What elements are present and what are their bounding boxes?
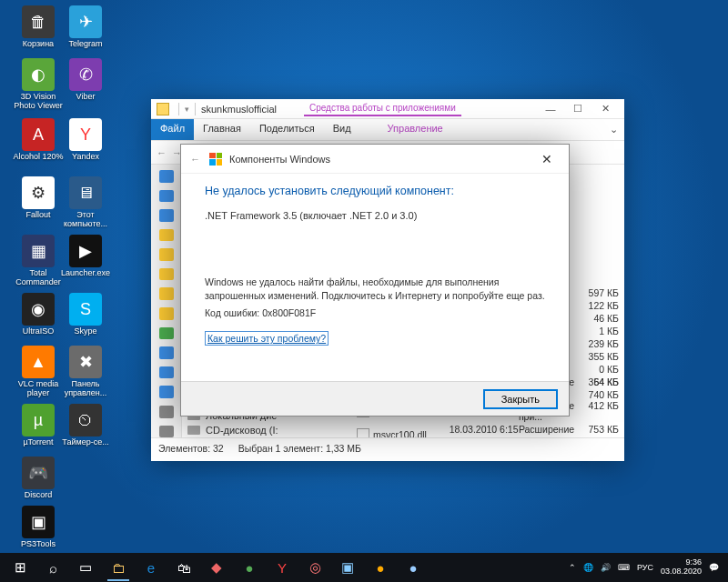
ribbon-view[interactable]: Вид: [324, 119, 360, 140]
drive-item[interactable]: CD-дисковод (I:: [187, 423, 278, 437]
desktop-icon[interactable]: ✆Viber: [60, 58, 111, 102]
dialog-help-link[interactable]: Как решить эту проблему?: [205, 331, 329, 346]
windows-logo-icon: [209, 153, 222, 166]
sidebar-item[interactable]: [159, 287, 174, 300]
dialog-header[interactable]: ← Компоненты Windows ✕: [181, 145, 569, 174]
desktop-icon[interactable]: 🗑Корзина: [13, 5, 64, 49]
taskbar-app4[interactable]: ▣: [331, 554, 364, 581]
sidebar-item[interactable]: [159, 426, 174, 438]
explorer-sidebar[interactable]: [151, 165, 182, 437]
dialog-title: Компоненты Windows: [229, 154, 330, 165]
dialog-back-icon[interactable]: ←: [190, 154, 200, 165]
sidebar-item[interactable]: [159, 268, 174, 281]
dialog-footer: Закрыть: [181, 381, 569, 416]
taskbar-app3[interactable]: ◎: [298, 554, 331, 581]
desktop-icon[interactable]: ▶Launcher.exe: [60, 235, 111, 278]
dialog-description: Windows не удалось найти файлы, необходи…: [205, 276, 545, 302]
ribbon-manage[interactable]: Управление: [379, 119, 452, 140]
taskbar-start[interactable]: ⊞: [4, 554, 36, 581]
minimize-button[interactable]: —: [537, 100, 564, 118]
taskbar-yandex[interactable]: Y: [266, 554, 298, 581]
desktop-icon[interactable]: µµTorrent: [13, 404, 64, 447]
system-tray: ⌃ 🌐 🔊 ⌨ РУС 9:36 03.08.2020 💬: [569, 558, 724, 577]
desktop-icon[interactable]: ✖Панель управлен...: [60, 346, 111, 398]
nav-back-icon[interactable]: ←: [157, 147, 167, 158]
taskbar-app6[interactable]: ●: [397, 554, 430, 581]
window-title: skunkmuslofficial: [201, 104, 277, 115]
size-column: 597 КБ122 КБ46 КБ1 КБ239 КБ355 КБ0 КБ364…: [577, 165, 619, 401]
sidebar-item[interactable]: [159, 307, 174, 320]
sidebar-item[interactable]: [159, 366, 174, 379]
sidebar-item[interactable]: [159, 346, 174, 359]
desktop-icon[interactable]: 🎮Discord: [13, 457, 64, 500]
file-row[interactable]: msvcr100.dll18.03.2010 6:15Расширение пр…: [351, 423, 624, 437]
clock[interactable]: 9:36 03.08.2020: [661, 558, 702, 577]
sidebar-item[interactable]: [159, 209, 174, 222]
close-button[interactable]: Закрыть: [483, 389, 558, 409]
desktop-icon[interactable]: ▣PS3Tools: [13, 506, 64, 549]
ribbon: Файл Главная Поделиться Вид Управление ⌄: [151, 119, 624, 141]
taskbar-app2[interactable]: ●: [233, 554, 266, 581]
keyboard-icon[interactable]: ⌨: [618, 563, 630, 572]
ribbon-expand[interactable]: ⌄: [602, 119, 624, 140]
app-tools-tab[interactable]: Средства работы с приложениями: [304, 101, 461, 116]
maximize-button[interactable]: ☐: [564, 100, 592, 118]
dialog-error-code: Код ошибки: 0x800F081F: [205, 307, 545, 318]
language-indicator[interactable]: РУС: [637, 563, 653, 572]
dialog-component: .NET Framework 3.5 (включает .NET 2.0 и …: [205, 210, 545, 221]
sidebar-item[interactable]: [159, 170, 174, 183]
desktop-icon[interactable]: ✈Telegram: [60, 5, 111, 49]
status-selected: Выбран 1 элемент: 1,33 МБ: [238, 443, 361, 454]
desktop-icon[interactable]: 🖥Этот компьюте...: [60, 176, 111, 229]
windows-features-dialog: ← Компоненты Windows ✕ Не удалось устано…: [180, 144, 570, 416]
desktop-icon[interactable]: ▲VLC media player: [13, 346, 64, 398]
status-bar: Элементов: 32 Выбран 1 элемент: 1,33 МБ: [151, 437, 624, 457]
taskbar-app1[interactable]: ◆: [200, 554, 233, 581]
taskbar-app5[interactable]: ●: [364, 554, 397, 581]
taskbar-taskview[interactable]: ▭: [69, 554, 102, 581]
desktop-icon[interactable]: AAlcohol 120%: [13, 118, 64, 162]
sidebar-item[interactable]: [159, 327, 174, 340]
status-elements: Элементов: 32: [158, 443, 224, 454]
sidebar-item[interactable]: [159, 406, 174, 418]
sidebar-item[interactable]: [159, 248, 174, 261]
volume-icon[interactable]: 🔊: [601, 563, 611, 572]
desktop-icon[interactable]: YYandex: [60, 118, 111, 162]
sidebar-item[interactable]: [159, 386, 174, 398]
desktop-icon[interactable]: ▦Total Commander: [13, 235, 64, 287]
folder-icon: [157, 103, 169, 115]
close-button[interactable]: ✕: [592, 100, 619, 118]
desktop-icon[interactable]: ◉UltraISO: [13, 293, 64, 336]
ribbon-home[interactable]: Главная: [194, 119, 250, 140]
desktop-icon[interactable]: ◐3D Vision Photo Viewer: [13, 58, 64, 111]
taskbar-explorer[interactable]: 🗀: [102, 554, 135, 581]
notifications-icon[interactable]: 💬: [709, 563, 719, 572]
sidebar-item[interactable]: [159, 229, 174, 242]
taskbar-store[interactable]: 🛍: [167, 554, 200, 581]
dialog-heading: Не удалось установить следующий компонен…: [205, 185, 545, 197]
ribbon-share[interactable]: Поделиться: [250, 119, 324, 140]
desktop-icon[interactable]: SSkype: [60, 293, 111, 336]
down-arrow-icon[interactable]: ▾: [185, 105, 189, 114]
taskbar: ⊞⌕▭🗀e🛍◆●Y◎▣●● ⌃ 🌐 🔊 ⌨ РУС 9:36 03.08.202…: [0, 553, 728, 582]
desktop-icon[interactable]: ⏲Таймер-се...: [60, 404, 111, 447]
network-icon[interactable]: 🌐: [583, 563, 593, 572]
taskbar-search[interactable]: ⌕: [36, 554, 69, 581]
desktop-icon[interactable]: ⚙Fallout: [13, 176, 64, 220]
dialog-close-icon[interactable]: ✕: [534, 152, 560, 166]
tray-chevron-icon[interactable]: ⌃: [569, 563, 576, 572]
ribbon-file[interactable]: Файл: [151, 119, 194, 140]
sidebar-item[interactable]: [159, 190, 174, 203]
explorer-titlebar[interactable]: ▾ skunkmuslofficial Средства работы с пр…: [151, 99, 624, 119]
taskbar-edge[interactable]: e: [135, 554, 167, 581]
